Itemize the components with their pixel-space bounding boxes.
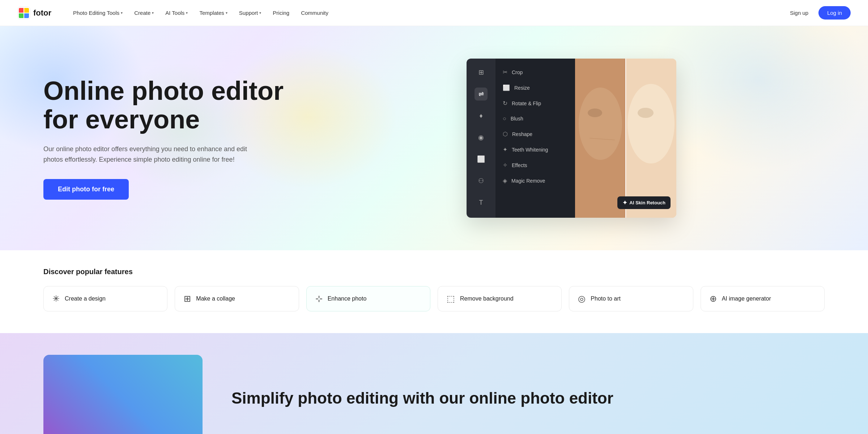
photo-before <box>575 59 626 218</box>
create-design-icon: ✳ <box>52 294 60 304</box>
nav-item-templates[interactable]: Templates ▾ <box>195 7 231 19</box>
nav-links: Photo Editing Tools ▾ Create ▾ AI Tools … <box>69 7 786 19</box>
preview-gradient <box>43 355 203 434</box>
signup-button[interactable]: Sign up <box>786 7 813 19</box>
face-before-svg <box>575 59 626 218</box>
sidebar-effects-icon[interactable]: ◉ <box>475 131 488 144</box>
face-after-svg <box>626 59 676 218</box>
logo-text: fotor <box>33 8 51 18</box>
hero-title: Online photo editor for everyone <box>43 77 289 134</box>
chevron-down-icon: ▾ <box>186 11 188 15</box>
features-section: Discover popular features ✳ Create a des… <box>0 250 868 333</box>
before-after-divider <box>625 59 626 218</box>
svg-point-1 <box>579 88 622 160</box>
nav-item-photo-editing[interactable]: Photo Editing Tools ▾ <box>69 7 127 19</box>
editor-mockup: ⊞ ⇌ ♦ ◉ ⬜ ⚇ T ✂ Crop ⬜ Resize <box>467 59 676 218</box>
sidebar-crop-icon[interactable]: ⬜ <box>475 153 488 166</box>
lower-title: Simplify photo editing with our online p… <box>231 389 825 408</box>
feature-photo-to-art[interactable]: ◎ Photo to art <box>569 286 693 311</box>
chevron-down-icon: ▾ <box>226 11 227 15</box>
hero-subtitle: Our online photo editor offers everythin… <box>43 144 253 165</box>
nav-item-support[interactable]: Support ▾ <box>235 7 266 19</box>
hero-text: Online photo editor for everyone Our onl… <box>43 77 289 200</box>
chevron-down-icon: ▾ <box>121 11 123 15</box>
lower-section: Simplify photo editing with our online p… <box>0 333 868 434</box>
photo-art-icon: ◎ <box>578 294 586 304</box>
panel-item-resize[interactable]: ⬜ Resize <box>495 80 575 95</box>
svg-point-6 <box>638 108 654 118</box>
ai-generate-icon: ⊕ <box>710 294 717 304</box>
feature-remove-background[interactable]: ⬚ Remove background <box>438 286 562 311</box>
feature-create-design[interactable]: ✳ Create a design <box>43 286 167 311</box>
enhance-icon: ⊹ <box>315 294 323 304</box>
editor-panel: ✂ Crop ⬜ Resize ↻ Rotate & Flip ○ Blush <box>495 59 575 218</box>
teeth-icon: ✦ <box>503 146 507 153</box>
nav-item-create[interactable]: Create ▾ <box>130 7 158 19</box>
panel-item-blush[interactable]: ○ Blush <box>495 111 575 126</box>
crop-icon: ✂ <box>503 69 507 76</box>
lower-text: Simplify photo editing with our online p… <box>231 389 825 408</box>
panel-item-reshape[interactable]: ⬡ Reshape <box>495 126 575 142</box>
blush-icon: ○ <box>503 115 506 122</box>
nav-item-community[interactable]: Community <box>297 7 333 19</box>
panel-item-teeth[interactable]: ✦ Teeth Whitening <box>495 142 575 157</box>
sidebar-people-icon[interactable]: ⚇ <box>475 174 488 187</box>
panel-item-magic-remove[interactable]: ◈ Magic Remove <box>495 173 575 188</box>
sidebar-adjust-icon[interactable]: ⇌ <box>475 88 488 101</box>
features-grid: ✳ Create a design ⊞ Make a collage ⊹ Enh… <box>43 286 825 311</box>
rotate-icon: ↻ <box>503 100 507 107</box>
panel-item-crop[interactable]: ✂ Crop <box>495 64 575 80</box>
sidebar-grid-icon[interactable]: ⊞ <box>475 66 488 79</box>
ai-skin-retouch-badge: ✦ AI Skin Retouch <box>617 196 671 209</box>
nav-item-pricing[interactable]: Pricing <box>268 7 294 19</box>
chevron-down-icon: ▾ <box>259 11 261 15</box>
feature-make-collage[interactable]: ⊞ Make a collage <box>175 286 299 311</box>
effects-icon: ✧ <box>503 162 507 169</box>
before-after-photo <box>575 59 676 218</box>
navbar: fotor Photo Editing Tools ▾ Create ▾ AI … <box>0 0 868 26</box>
photo-after <box>626 59 676 218</box>
editor-sidebar: ⊞ ⇌ ♦ ◉ ⬜ ⚇ T <box>467 59 495 218</box>
feature-enhance-photo[interactable]: ⊹ Enhance photo <box>306 286 430 311</box>
chevron-down-icon: ▾ <box>152 11 154 15</box>
remove-bg-icon: ⬚ <box>447 294 455 304</box>
editor-image-area: ✦ AI Skin Retouch <box>575 59 676 218</box>
sparkle-icon: ✦ <box>622 199 627 206</box>
svg-point-2 <box>588 109 602 117</box>
nav-item-ai-tools[interactable]: AI Tools ▾ <box>161 7 192 19</box>
hero-cta-button[interactable]: Edit photo for free <box>43 179 129 200</box>
resize-icon: ⬜ <box>503 84 510 91</box>
features-title: Discover popular features <box>43 268 825 276</box>
lower-preview-image <box>43 355 203 434</box>
logo-icon <box>17 7 30 20</box>
collage-icon: ⊞ <box>184 294 191 304</box>
nav-auth: Sign up Log in <box>786 6 851 20</box>
panel-item-effects[interactable]: ✧ Effects <box>495 157 575 173</box>
login-button[interactable]: Log in <box>818 6 851 20</box>
sidebar-beauty-icon[interactable]: ♦ <box>475 109 488 122</box>
logo-link[interactable]: fotor <box>17 7 51 20</box>
reshape-icon: ⬡ <box>503 131 508 137</box>
feature-ai-image-generator[interactable]: ⊕ AI image generator <box>701 286 825 311</box>
panel-item-rotate[interactable]: ↻ Rotate & Flip <box>495 95 575 111</box>
magic-remove-icon: ◈ <box>503 177 507 184</box>
svg-point-5 <box>627 84 675 163</box>
hero-content: Online photo editor for everyone Our onl… <box>0 37 868 239</box>
sidebar-text-icon[interactable]: T <box>475 196 488 209</box>
hero-editor-preview: ⊞ ⇌ ♦ ◉ ⬜ ⚇ T ✂ Crop ⬜ Resize <box>318 59 825 218</box>
hero-section: Online photo editor for everyone Our onl… <box>0 26 868 250</box>
